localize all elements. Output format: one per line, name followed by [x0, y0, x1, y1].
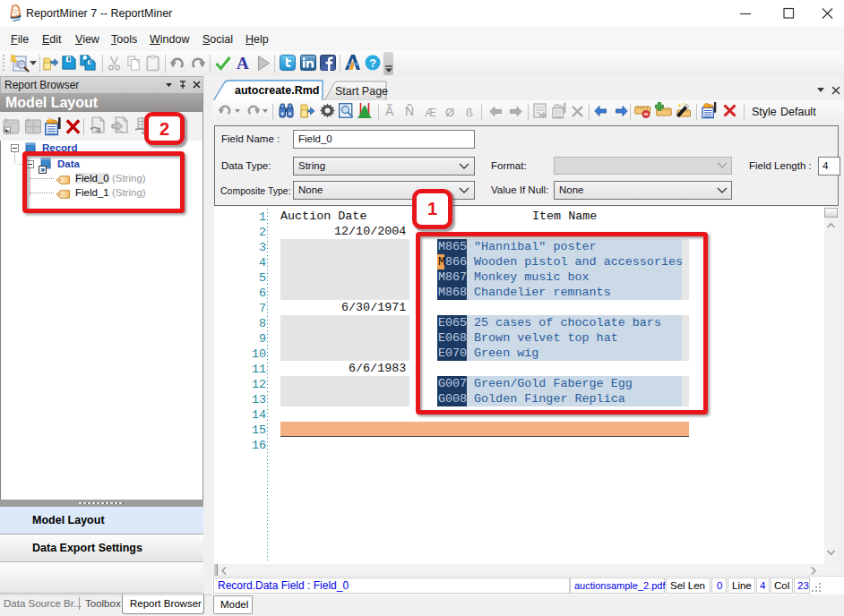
svg-text:?: ? [369, 57, 376, 70]
